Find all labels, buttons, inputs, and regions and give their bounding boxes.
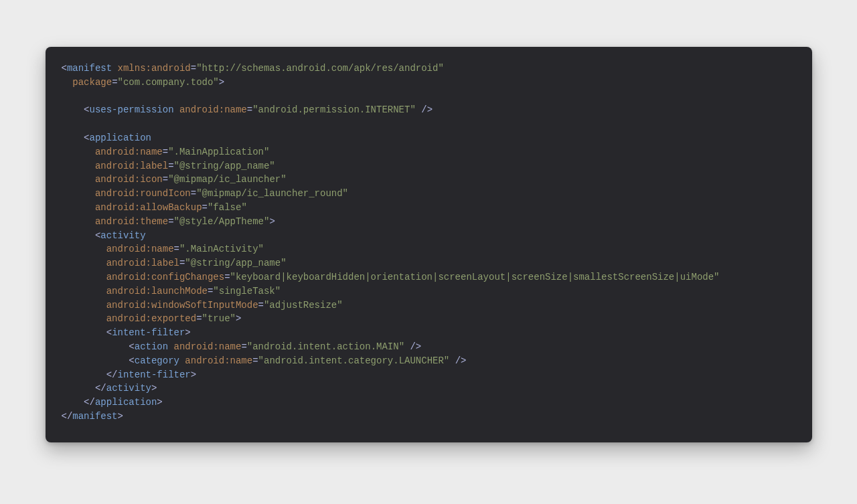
code-block[interactable]: <manifest xmlns:android="http://schemas.… — [46, 47, 812, 442]
page-background: <manifest xmlns:android="http://schemas.… — [0, 0, 857, 504]
code-content: <manifest xmlns:android="http://schemas.… — [62, 62, 796, 424]
